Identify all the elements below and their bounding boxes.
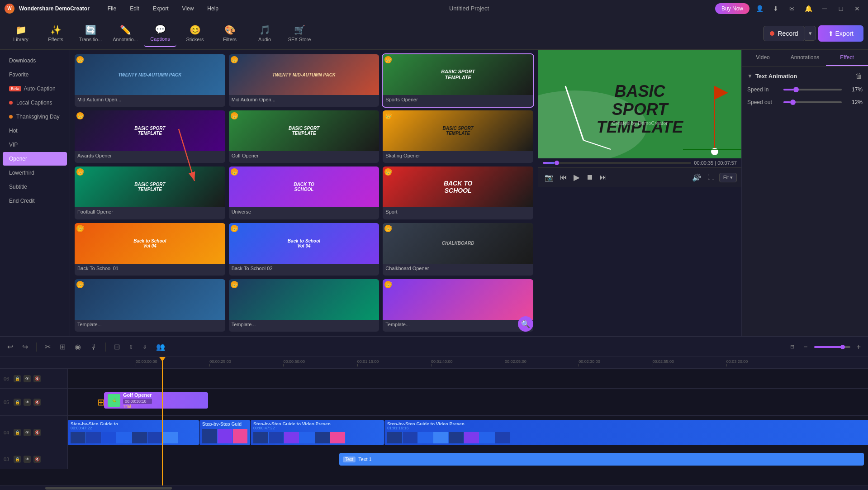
fit-dropdown[interactable]: Fit ▾ <box>719 173 737 182</box>
collapse-icon[interactable]: ▼ <box>747 73 753 79</box>
record-button[interactable]: Record <box>763 26 805 41</box>
sidebar-item-local-captions[interactable]: Local Captions <box>3 96 67 109</box>
track-04-lock[interactable]: 🔒 <box>14 429 21 436</box>
track-03-lock[interactable]: 🔒 <box>14 456 21 463</box>
track-06-lock[interactable]: 🔒 <box>14 375 21 382</box>
sidebar-item-hot[interactable]: Hot <box>3 124 67 138</box>
menu-help[interactable]: Help <box>203 4 223 14</box>
template-skating[interactable]: 👑 BASIC SPORTTEMPLATE Skating Opener <box>383 110 533 163</box>
step-back-button[interactable]: ⏮ <box>558 171 569 183</box>
menu-file[interactable]: File <box>103 4 121 14</box>
bell-icon[interactable]: 🔔 <box>802 2 815 15</box>
grid-button[interactable]: ⊡ <box>111 341 123 353</box>
tab-annotations[interactable]: Annotations <box>784 50 826 66</box>
track-05-lock[interactable]: 🔒 <box>14 399 21 406</box>
toolbar-audio[interactable]: 🎵 Audio <box>248 20 281 47</box>
template-awards[interactable]: 👑 BASIC SPORTTEMPLATE Awards Opener <box>75 110 225 163</box>
toolbar-library[interactable]: 📁 Library <box>5 20 37 47</box>
undo-button[interactable]: ↩ <box>5 341 16 353</box>
track-03-audio[interactable]: 🔇 <box>33 456 41 463</box>
text-clip-1[interactable]: Text Text 1 <box>339 453 864 466</box>
speed-down-button[interactable]: ⇩ <box>140 342 150 352</box>
toolbar-annotations[interactable]: ✏️ Annotatio... <box>109 20 142 47</box>
template-mid-autumn-2[interactable]: 👑 TWENTY MID-AUTUMN PACK Mid Autumn Open… <box>229 54 379 107</box>
sidebar-item-auto-caption[interactable]: Beta Auto-Caption <box>3 82 67 95</box>
track-06-audio[interactable]: 🔇 <box>33 375 41 382</box>
video-clip-1[interactable]: Step-by-Step Guide to 00:00:47:22 <box>68 420 199 445</box>
template-universe[interactable]: 👑 BACK TOSCHOOL Universe <box>229 167 379 219</box>
volume-button[interactable]: 🔊 <box>690 171 703 184</box>
preview-scrubber-thumb[interactable] <box>555 161 559 165</box>
toolbar-transitions[interactable]: 🔄 Transitio... <box>74 20 107 47</box>
toolbar-captions[interactable]: 💬 Captions <box>144 20 176 47</box>
sidebar-item-vip[interactable]: VIP <box>3 138 67 152</box>
snapshot-button[interactable]: ◉ <box>72 341 84 353</box>
search-button[interactable]: 🔍 <box>518 316 533 332</box>
sidebar-item-downloads[interactable]: Downloads <box>3 54 67 67</box>
sidebar-item-thanksgiving[interactable]: Thanksgiving Day <box>3 110 67 124</box>
speed-in-thumb[interactable] <box>793 87 799 92</box>
template-sport[interactable]: 👑 BACK TOSCHOOL Sport <box>383 167 533 219</box>
play-button[interactable]: ▶ <box>572 171 582 184</box>
redo-button[interactable]: ↪ <box>19 341 31 353</box>
toolbar-effects[interactable]: ✨ Effects <box>39 20 72 47</box>
fullscreen-button[interactable]: ⛶ <box>706 171 716 183</box>
zoom-in-button[interactable]: + <box>854 341 863 353</box>
track-03-eye[interactable]: 👁 <box>24 456 31 463</box>
stop-button[interactable]: ⏹ <box>584 171 595 183</box>
toolbar-sfx[interactable]: 🛒 SFX Store <box>283 20 316 47</box>
template-football[interactable]: 👑 BASIC SPORTTEMPLATE Football Opener <box>75 167 225 219</box>
video-clip-3[interactable]: Step-by-Step Guide to Video Presen... 00… <box>251 420 384 445</box>
track-04-audio[interactable]: 🔇 <box>33 429 41 436</box>
close-button[interactable]: ✕ <box>851 2 863 15</box>
template-mid-autumn-1[interactable]: 👑 TWENTY MID-AUTUMN PACK Mid Autumn Open… <box>75 54 225 107</box>
template-more1[interactable]: 👑 Template... <box>75 279 225 332</box>
mail-icon[interactable]: ✉ <box>786 2 798 15</box>
zoom-fit-button[interactable]: ⊟ <box>787 342 797 352</box>
zoom-thumb[interactable] <box>840 345 845 349</box>
record-dropdown[interactable]: ▾ <box>805 26 816 41</box>
menu-edit[interactable]: Edit <box>125 4 144 14</box>
step-forward-button[interactable]: ⏭ <box>598 171 609 183</box>
tab-effect[interactable]: Effect <box>826 50 868 66</box>
template-sports-opener[interactable]: 👑 BASIC SPORTTEMPLATE Sports Opener <box>383 54 533 107</box>
tab-video[interactable]: Video <box>742 50 784 66</box>
track-04-eye[interactable]: 👁 <box>24 429 31 436</box>
timeline-scrollbar[interactable] <box>0 485 868 490</box>
export-button[interactable]: ⬆ Export <box>818 25 863 42</box>
template-back1[interactable]: 👑 Back to SchoolVol 04 Back To School 01 <box>75 223 225 276</box>
minimize-button[interactable]: ─ <box>818 2 831 15</box>
sidebar-item-subtitle[interactable]: Subtitle <box>3 180 67 194</box>
track-05-eye[interactable]: 👁 <box>24 399 31 406</box>
speed-up-button[interactable]: ⇧ <box>126 342 136 352</box>
preview-timeline[interactable] <box>543 162 691 164</box>
template-more3[interactable]: 👑 Template... <box>383 279 533 332</box>
golf-opener-clip[interactable]: ⛳ Golf Opener 00:00:38:10 Trial <box>104 392 208 409</box>
scrollbar-thumb[interactable] <box>45 487 172 490</box>
video-clip-2[interactable]: Step-by-Step Guid <box>199 420 250 445</box>
people-button[interactable]: 👥 <box>153 341 168 353</box>
track-06-eye[interactable]: 👁 <box>24 375 31 382</box>
menu-export[interactable]: Export <box>148 4 173 14</box>
template-golf[interactable]: 👑 BASIC SPORTTEMPLATE Golf Opener <box>229 110 379 163</box>
sidebar-item-opener[interactable]: Opener <box>3 152 67 166</box>
speed-out-thumb[interactable] <box>790 100 796 105</box>
cloud-icon[interactable]: ⬇ <box>769 2 782 15</box>
toolbar-stickers[interactable]: 😊 Stickers <box>179 20 211 47</box>
template-more2[interactable]: 👑 Template... <box>229 279 379 332</box>
audio-record-button[interactable]: 🎙 <box>87 341 100 353</box>
split-button[interactable]: ✂ <box>42 341 53 353</box>
template-back2[interactable]: 👑 Back to SchoolVol 04 Back To School 02 <box>229 223 379 276</box>
delete-animation-button[interactable]: 🗑 <box>855 72 863 80</box>
user-icon[interactable]: 👤 <box>753 2 766 15</box>
zoom-out-button[interactable]: − <box>801 341 810 353</box>
buy-now-button[interactable]: Buy Now <box>715 3 749 14</box>
zoom-slider[interactable] <box>814 346 850 348</box>
crop-button[interactable]: ⊞ <box>57 341 68 353</box>
maximize-button[interactable]: □ <box>835 2 847 15</box>
track-05-audio[interactable]: 🔇 <box>33 399 41 406</box>
template-chalkboard[interactable]: 👑 CHALKBOARD Chalkboard Opener <box>383 223 533 276</box>
sidebar-item-favorite[interactable]: Favorite <box>3 68 67 81</box>
sidebar-item-lowerthird[interactable]: Lowerthird <box>3 166 67 180</box>
sidebar-item-end-credit[interactable]: End Credit <box>3 194 67 208</box>
